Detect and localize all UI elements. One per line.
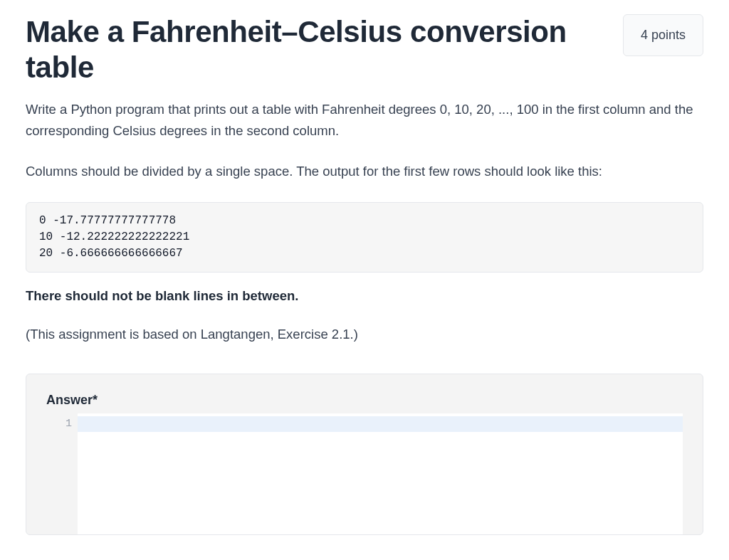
description-paragraph-1: Write a Python program that prints out a… bbox=[26, 99, 703, 141]
assignment-header: Make a Fahrenheit–Celsius conversion tab… bbox=[26, 14, 703, 85]
line-number: 1 bbox=[49, 416, 72, 432]
assignment-title: Make a Fahrenheit–Celsius conversion tab… bbox=[26, 14, 606, 85]
no-blank-lines-note: There should not be blank lines in betwe… bbox=[26, 288, 703, 304]
answer-label: Answer* bbox=[46, 393, 683, 408]
description-paragraph-2: Columns should be divided by a single sp… bbox=[26, 161, 703, 182]
editor-body bbox=[78, 413, 683, 534]
sample-output-code: 0 -17.77777777777778 10 -12.222222222222… bbox=[26, 202, 703, 273]
editor-gutter: 1 bbox=[46, 413, 78, 534]
answer-input[interactable] bbox=[78, 413, 683, 534]
code-editor: 1 bbox=[46, 413, 683, 534]
points-badge: 4 points bbox=[623, 14, 703, 56]
attribution-note: (This assignment is based on Langtangen,… bbox=[26, 324, 703, 345]
answer-panel: Answer* 1 bbox=[26, 374, 703, 535]
